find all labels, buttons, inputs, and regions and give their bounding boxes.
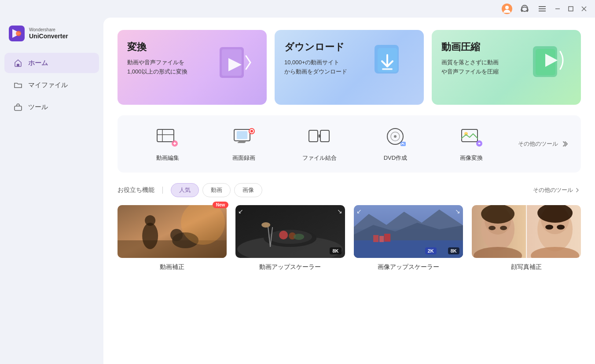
compress-text: 動画圧縮 画質を落とさずに動画 や音声ファイルを圧縮: [441, 40, 499, 77]
svg-point-60: [294, 234, 304, 240]
myfiles-label: マイファイル: [28, 81, 68, 89]
more-tools-text: その他のツール: [518, 140, 558, 148]
title-bar-controls: [501, 3, 588, 15]
feat-card-video-fix[interactable]: New: [118, 205, 227, 271]
expand-tl-icon: ↙: [238, 208, 243, 215]
chevron-right-small-icon: [575, 187, 581, 193]
file-merge-label: ファイル結合: [302, 154, 337, 162]
convert-desc: 動画や音声ファイルを 1,000以上の形式に変換: [127, 58, 187, 77]
screen-record-icon: [231, 126, 256, 149]
feature-cards: New: [118, 205, 581, 271]
featured-tabs: 人気 動画 画像: [171, 183, 262, 197]
expand-tr-icon: ↘: [337, 208, 342, 215]
tab-popular[interactable]: 人気: [171, 183, 199, 197]
sidebar-item-tools[interactable]: ツール: [4, 97, 99, 117]
close-button[interactable]: [580, 5, 588, 13]
svg-point-76: [481, 205, 514, 224]
feat-card-face-fix[interactable]: 顔写真補正: [472, 205, 581, 271]
image-upscale-thumb: 2K 8K ↙ ↘: [354, 205, 463, 258]
face-fix-thumb: [472, 205, 581, 258]
main-content: 変換 動画や音声ファイルを 1,000以上の形式に変換 ダウンロード 10,: [103, 18, 595, 364]
featured-more-tools[interactable]: その他のツール: [533, 186, 581, 194]
svg-point-52: [170, 229, 183, 241]
download-card[interactable]: ダウンロード 10,000+の動画サイト から動画をダウンロード: [275, 30, 424, 105]
logo-text: Wondershare UniConverter: [29, 27, 68, 40]
featured-section: お役立ち機能 人気 動画 画像 その他のツール: [118, 183, 581, 271]
user-icon[interactable]: [501, 3, 513, 15]
logo-area: Wondershare UniConverter: [0, 22, 103, 52]
svg-point-42: [394, 135, 397, 138]
compress-desc: 画質を落とさずに動画 や音声ファイルを圧縮: [441, 58, 499, 77]
home-icon: [13, 58, 23, 68]
top-cards: 変換 動画や音声ファイルを 1,000以上の形式に変換 ダウンロード 10,: [118, 30, 581, 105]
svg-rect-68: [354, 240, 463, 258]
svg-point-77: [488, 226, 496, 230]
svg-rect-70: [379, 236, 384, 242]
featured-header: お役立ち機能 人気 動画 画像 その他のツール: [118, 183, 581, 197]
featured-title: お役立ち機能: [118, 186, 154, 194]
tools-section: 動画編集 画面録画: [118, 115, 581, 173]
folder-icon: [13, 80, 23, 90]
svg-point-37: [250, 130, 253, 132]
sidebar-item-home[interactable]: ホーム: [4, 53, 99, 73]
logo-icon: [9, 26, 25, 41]
video-upscale-thumb: 8K ↙ ↘: [235, 205, 345, 258]
dvd-create-icon: [383, 126, 408, 149]
svg-rect-9: [569, 7, 573, 11]
menu-icon[interactable]: [536, 3, 548, 15]
video-fix-label: 動画補正: [160, 263, 184, 271]
more-tools-link[interactable]: その他のツール: [509, 140, 569, 148]
download-title: ダウンロード: [284, 40, 347, 54]
video-edit-icon: [155, 126, 180, 149]
tab-video[interactable]: 動画: [202, 183, 231, 197]
app-body: Wondershare UniConverter ホーム マイファイル: [0, 18, 595, 364]
home-label: ホーム: [28, 59, 48, 67]
svg-point-14: [16, 31, 21, 36]
svg-rect-38: [309, 130, 318, 142]
svg-rect-33: [237, 131, 247, 139]
sidebar: Wondershare UniConverter ホーム マイファイル: [0, 18, 103, 364]
compress-card[interactable]: 動画圧縮 画質を落とさずに動画 や音声ファイルを圧縮: [432, 30, 581, 105]
8k-badge-upscale: 8K: [330, 247, 341, 254]
compress-title: 動画圧縮: [441, 40, 499, 54]
svg-rect-16: [15, 106, 22, 110]
screen-record-label: 画面録画: [232, 154, 255, 162]
convert-text: 変換 動画や音声ファイルを 1,000以上の形式に変換: [127, 40, 187, 77]
tool-dvd-create[interactable]: DVD作成: [357, 126, 433, 162]
svg-rect-39: [320, 130, 329, 142]
svg-rect-26: [157, 129, 174, 142]
tools-grid: 動画編集 画面録画: [130, 126, 569, 162]
tool-screen-record[interactable]: 画面録画: [206, 126, 281, 162]
image-upscale-label: 画像アップスケーラー: [378, 263, 439, 271]
feat-card-image-upscale[interactable]: 2K 8K ↙ ↘ 画像アップスケーラー: [354, 205, 463, 271]
svg-point-50: [145, 215, 155, 226]
download-text: ダウンロード 10,000+の動画サイト から動画をダウンロード: [284, 40, 347, 77]
toolbox-icon: [13, 102, 23, 112]
maximize-button[interactable]: [567, 5, 575, 13]
download-desc: 10,000+の動画サイト から動画をダウンロード: [284, 58, 347, 77]
face-fix-label: 顔写真補正: [511, 263, 542, 271]
compress-image: [527, 40, 571, 89]
minimize-button[interactable]: [554, 5, 562, 13]
tab-image[interactable]: 画像: [234, 183, 262, 197]
svg-point-78: [500, 226, 507, 230]
8k-badge: 8K: [448, 247, 459, 254]
expand-icon-landscape: ↙: [356, 208, 362, 215]
tool-image-convert[interactable]: 画像変換: [433, 126, 509, 162]
convert-title: 変換: [127, 40, 187, 54]
svg-rect-15: [17, 64, 19, 66]
video-edit-label: 動画編集: [156, 154, 179, 162]
svg-rect-69: [373, 235, 378, 242]
2k-badge: 2K: [425, 247, 437, 254]
headset-icon[interactable]: [518, 3, 531, 15]
tool-video-edit[interactable]: 動画編集: [130, 126, 206, 162]
expand-icon-landscape-tr: ↘: [455, 208, 460, 215]
video-upscale-label: 動画アップスケーラー: [259, 263, 321, 271]
svg-rect-71: [384, 234, 390, 242]
tool-file-merge[interactable]: ファイル結合: [282, 126, 357, 162]
sidebar-item-myfiles[interactable]: マイファイル: [4, 75, 99, 95]
product-name: UniConverter: [29, 33, 68, 40]
convert-card[interactable]: 変換 動画や音声ファイルを 1,000以上の形式に変換: [118, 30, 267, 105]
feat-card-video-upscale[interactable]: 8K ↙ ↘ 動画アップスケーラー: [235, 205, 345, 271]
svg-rect-22: [382, 68, 393, 70]
